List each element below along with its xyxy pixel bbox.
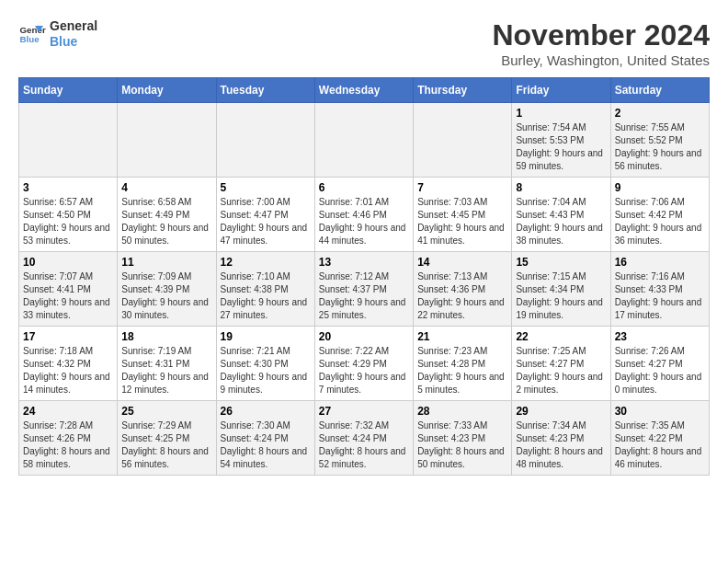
svg-text:Blue: Blue <box>20 34 40 44</box>
calendar-cell: 20Sunrise: 7:22 AM Sunset: 4:29 PM Dayli… <box>314 327 413 401</box>
day-number: 13 <box>319 256 409 269</box>
day-info: Sunrise: 7:23 AM Sunset: 4:28 PM Dayligh… <box>417 345 507 396</box>
day-info: Sunrise: 7:22 AM Sunset: 4:29 PM Dayligh… <box>319 345 409 396</box>
calendar-cell: 15Sunrise: 7:15 AM Sunset: 4:34 PM Dayli… <box>512 252 610 327</box>
day-number: 16 <box>615 256 705 269</box>
calendar-cell: 5Sunrise: 7:00 AM Sunset: 4:47 PM Daylig… <box>216 178 314 252</box>
day-number: 15 <box>516 256 606 269</box>
calendar-cell <box>118 103 216 178</box>
calendar-week-5: 24Sunrise: 7:28 AM Sunset: 4:26 PM Dayli… <box>19 401 710 476</box>
day-number: 21 <box>417 330 507 343</box>
calendar-cell: 23Sunrise: 7:26 AM Sunset: 4:27 PM Dayli… <box>610 327 709 401</box>
calendar-cell <box>314 103 413 178</box>
day-info: Sunrise: 7:06 AM Sunset: 4:42 PM Dayligh… <box>615 196 705 247</box>
calendar-cell: 7Sunrise: 7:03 AM Sunset: 4:45 PM Daylig… <box>414 178 512 252</box>
day-number: 30 <box>615 405 705 418</box>
calendar-table: SundayMondayTuesdayWednesdayThursdayFrid… <box>18 77 710 476</box>
day-info: Sunrise: 7:33 AM Sunset: 4:23 PM Dayligh… <box>417 419 507 471</box>
calendar-cell: 27Sunrise: 7:32 AM Sunset: 4:24 PM Dayli… <box>314 401 413 476</box>
day-info: Sunrise: 7:28 AM Sunset: 4:26 PM Dayligh… <box>23 419 113 471</box>
day-number: 7 <box>417 181 507 194</box>
calendar-cell: 13Sunrise: 7:12 AM Sunset: 4:37 PM Dayli… <box>314 252 413 327</box>
day-number: 3 <box>23 181 113 194</box>
day-info: Sunrise: 7:54 AM Sunset: 5:53 PM Dayligh… <box>516 121 606 173</box>
day-info: Sunrise: 7:10 AM Sunset: 4:38 PM Dayligh… <box>221 270 311 322</box>
day-info: Sunrise: 7:12 AM Sunset: 4:37 PM Dayligh… <box>319 270 409 322</box>
day-number: 11 <box>121 256 211 269</box>
calendar-cell <box>216 103 314 178</box>
day-info: Sunrise: 7:55 AM Sunset: 5:52 PM Dayligh… <box>615 121 705 173</box>
day-info: Sunrise: 7:03 AM Sunset: 4:45 PM Dayligh… <box>417 196 507 247</box>
calendar-cell: 10Sunrise: 7:07 AM Sunset: 4:41 PM Dayli… <box>19 252 118 327</box>
day-number: 1 <box>516 107 606 120</box>
day-number: 23 <box>615 330 705 343</box>
day-info: Sunrise: 7:30 AM Sunset: 4:24 PM Dayligh… <box>221 419 311 471</box>
logo-line1: General <box>50 18 97 34</box>
day-info: Sunrise: 6:57 AM Sunset: 4:50 PM Dayligh… <box>23 196 113 247</box>
calendar-cell: 1Sunrise: 7:54 AM Sunset: 5:53 PM Daylig… <box>512 103 610 178</box>
calendar-cell: 30Sunrise: 7:35 AM Sunset: 4:22 PM Dayli… <box>610 401 709 476</box>
calendar-cell: 11Sunrise: 7:09 AM Sunset: 4:39 PM Dayli… <box>118 252 216 327</box>
day-number: 18 <box>121 330 211 343</box>
day-number: 19 <box>221 330 311 343</box>
calendar-cell: 8Sunrise: 7:04 AM Sunset: 4:43 PM Daylig… <box>512 178 610 252</box>
day-number: 6 <box>319 181 409 194</box>
calendar-cell: 21Sunrise: 7:23 AM Sunset: 4:28 PM Dayli… <box>414 327 512 401</box>
logo-icon: General Blue <box>18 20 46 48</box>
title-area: November 2024 Burley, Washington, United… <box>492 18 710 68</box>
day-number: 17 <box>23 330 113 343</box>
weekday-header-friday: Friday <box>512 78 610 103</box>
calendar-week-3: 10Sunrise: 7:07 AM Sunset: 4:41 PM Dayli… <box>19 252 710 327</box>
calendar-week-4: 17Sunrise: 7:18 AM Sunset: 4:32 PM Dayli… <box>19 327 710 401</box>
day-info: Sunrise: 7:18 AM Sunset: 4:32 PM Dayligh… <box>23 345 113 396</box>
calendar-cell <box>19 103 118 178</box>
calendar-cell <box>414 103 512 178</box>
day-info: Sunrise: 7:15 AM Sunset: 4:34 PM Dayligh… <box>516 270 606 322</box>
day-number: 26 <box>221 405 311 418</box>
day-number: 29 <box>516 405 606 418</box>
weekday-header-thursday: Thursday <box>414 78 512 103</box>
weekday-header-sunday: Sunday <box>19 78 118 103</box>
day-info: Sunrise: 7:29 AM Sunset: 4:25 PM Dayligh… <box>121 419 211 471</box>
day-number: 5 <box>221 181 311 194</box>
calendar-cell: 2Sunrise: 7:55 AM Sunset: 5:52 PM Daylig… <box>610 103 709 178</box>
day-info: Sunrise: 7:00 AM Sunset: 4:47 PM Dayligh… <box>221 196 311 247</box>
calendar-cell: 16Sunrise: 7:16 AM Sunset: 4:33 PM Dayli… <box>610 252 709 327</box>
day-info: Sunrise: 7:25 AM Sunset: 4:27 PM Dayligh… <box>516 345 606 396</box>
calendar-cell: 6Sunrise: 7:01 AM Sunset: 4:46 PM Daylig… <box>314 178 413 252</box>
day-info: Sunrise: 7:19 AM Sunset: 4:31 PM Dayligh… <box>121 345 211 396</box>
day-info: Sunrise: 6:58 AM Sunset: 4:49 PM Dayligh… <box>121 196 211 247</box>
day-info: Sunrise: 7:34 AM Sunset: 4:23 PM Dayligh… <box>516 419 606 471</box>
day-info: Sunrise: 7:32 AM Sunset: 4:24 PM Dayligh… <box>319 419 409 471</box>
weekday-header-tuesday: Tuesday <box>216 78 314 103</box>
day-number: 25 <box>121 405 211 418</box>
calendar-week-1: 1Sunrise: 7:54 AM Sunset: 5:53 PM Daylig… <box>19 103 710 178</box>
calendar-cell: 26Sunrise: 7:30 AM Sunset: 4:24 PM Dayli… <box>216 401 314 476</box>
day-number: 2 <box>615 107 705 120</box>
day-number: 24 <box>23 405 113 418</box>
day-number: 22 <box>516 330 606 343</box>
day-number: 28 <box>417 405 507 418</box>
day-number: 14 <box>417 256 507 269</box>
calendar-cell: 22Sunrise: 7:25 AM Sunset: 4:27 PM Dayli… <box>512 327 610 401</box>
calendar-cell: 12Sunrise: 7:10 AM Sunset: 4:38 PM Dayli… <box>216 252 314 327</box>
calendar-cell: 25Sunrise: 7:29 AM Sunset: 4:25 PM Dayli… <box>118 401 216 476</box>
weekday-header-saturday: Saturday <box>610 78 709 103</box>
calendar-cell: 9Sunrise: 7:06 AM Sunset: 4:42 PM Daylig… <box>610 178 709 252</box>
day-info: Sunrise: 7:09 AM Sunset: 4:39 PM Dayligh… <box>121 270 211 322</box>
day-number: 8 <box>516 181 606 194</box>
calendar-cell: 24Sunrise: 7:28 AM Sunset: 4:26 PM Dayli… <box>19 401 118 476</box>
day-info: Sunrise: 7:35 AM Sunset: 4:22 PM Dayligh… <box>615 419 705 471</box>
weekday-header-monday: Monday <box>118 78 216 103</box>
logo: General Blue General Blue <box>18 18 97 50</box>
day-info: Sunrise: 7:07 AM Sunset: 4:41 PM Dayligh… <box>23 270 113 322</box>
logo-line2: Blue <box>50 34 97 50</box>
day-info: Sunrise: 7:21 AM Sunset: 4:30 PM Dayligh… <box>221 345 311 396</box>
page-header: General Blue General Blue November 2024 … <box>18 18 710 68</box>
calendar-cell: 3Sunrise: 6:57 AM Sunset: 4:50 PM Daylig… <box>19 178 118 252</box>
day-info: Sunrise: 7:04 AM Sunset: 4:43 PM Dayligh… <box>516 196 606 247</box>
day-info: Sunrise: 7:13 AM Sunset: 4:36 PM Dayligh… <box>417 270 507 322</box>
day-number: 12 <box>221 256 311 269</box>
calendar-cell: 19Sunrise: 7:21 AM Sunset: 4:30 PM Dayli… <box>216 327 314 401</box>
calendar-week-2: 3Sunrise: 6:57 AM Sunset: 4:50 PM Daylig… <box>19 178 710 252</box>
